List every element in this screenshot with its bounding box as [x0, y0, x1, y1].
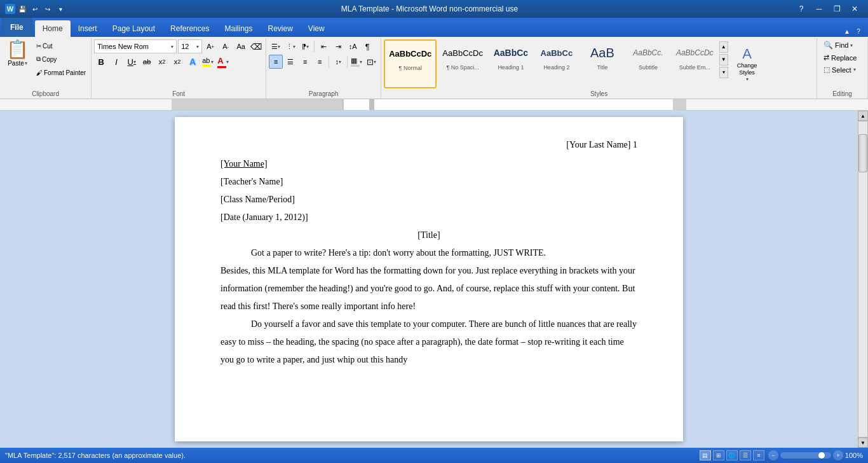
style-subtitle[interactable]: AaBbCc. Subtitle	[626, 39, 670, 88]
scroll-down-btn[interactable]: ▼	[858, 438, 868, 448]
help-icon-btn[interactable]: ?	[853, 25, 864, 37]
quick-customize-btn[interactable]: ▾	[55, 3, 66, 15]
replace-button[interactable]: ⇄ Replace	[820, 52, 860, 63]
justify-btn[interactable]: ≡	[313, 55, 327, 69]
full-screen-btn[interactable]: ⊞	[713, 450, 724, 460]
help-btn[interactable]: ?	[793, 3, 810, 15]
zoom-slider[interactable]	[780, 452, 831, 459]
zoom-out-btn[interactable]: −	[768, 450, 778, 460]
word-icon: W	[5, 4, 15, 14]
find-icon: 🔍	[824, 41, 833, 50]
find-button[interactable]: 🔍 Find ▾	[820, 39, 857, 51]
change-styles-button[interactable]: A Change Styles ▾	[729, 39, 765, 88]
font-name-selector[interactable]: Times New Rom ▾	[94, 39, 177, 53]
clipboard-small-buttons: ✂ Cut ⧉ Copy 🖌 Format Painter	[34, 39, 88, 79]
title-bar: W 💾 ↩ ↪ ▾ MLA Template - Microsoft Word …	[0, 0, 868, 18]
align-center-btn[interactable]: ☰	[283, 55, 297, 69]
border-btn[interactable]: ⊡▾	[364, 55, 378, 69]
increase-indent-btn[interactable]: ⇥	[331, 39, 345, 53]
styles-content: AaBbCcDc ¶ Normal AaBbCcDc ¶ No Spaci...…	[384, 39, 814, 97]
doc-line-teacher: [Teacher's Name]	[220, 173, 637, 191]
scroll-track[interactable]	[858, 121, 868, 438]
minimize-btn[interactable]: ─	[811, 3, 827, 15]
scroll-up-btn[interactable]: ▲	[858, 111, 868, 121]
style-heading1[interactable]: AaBbCc Heading 1	[489, 39, 533, 88]
sort-btn[interactable]: ↕A	[346, 39, 360, 53]
line-spacing-btn[interactable]: ↕▾	[331, 55, 345, 69]
close-btn[interactable]: ✕	[846, 3, 863, 15]
multilevel-btn[interactable]: ⁋▾	[298, 39, 312, 53]
strikethrough-button[interactable]: ab	[140, 55, 154, 69]
quick-undo-btn[interactable]: ↩	[29, 3, 41, 15]
styles-scroll-more[interactable]: ▾	[719, 67, 728, 78]
cut-button[interactable]: ✂ Cut	[34, 39, 88, 52]
draft-btn[interactable]: ≡	[753, 450, 764, 460]
paste-button[interactable]: 📋 Paste▾	[3, 39, 32, 68]
zoom-in-btn[interactable]: +	[833, 450, 843, 460]
copy-button[interactable]: ⧉ Copy	[34, 53, 88, 66]
show-marks-btn[interactable]: ¶	[360, 39, 374, 53]
styles-scroll-up[interactable]: ▲	[719, 41, 728, 53]
tab-file[interactable]: File	[1, 18, 32, 37]
tab-page-layout[interactable]: Page Layout	[105, 20, 163, 37]
doc-line-name: [Your Name]	[220, 155, 637, 173]
format-painter-button[interactable]: 🖌 Format Painter	[34, 66, 88, 79]
style-no-spacing[interactable]: AaBbCcDc ¶ No Spaci...	[438, 39, 487, 88]
font-shrink-btn[interactable]: A-	[219, 39, 233, 53]
align-right-btn[interactable]: ≡	[298, 55, 312, 69]
zoom-control: − + 100%	[768, 450, 863, 460]
doc-line-class: [Class Name/Period]	[220, 191, 637, 209]
tab-insert[interactable]: Insert	[71, 20, 105, 37]
font-color-button[interactable]: A ▾	[216, 55, 230, 69]
font-size-selector[interactable]: 12 ▾	[178, 39, 202, 53]
status-bar-right: ▤ ⊞ 🌐 ☰ ≡ − + 100%	[700, 450, 863, 460]
tab-review[interactable]: Review	[260, 20, 300, 37]
quick-save-btn[interactable]: 💾	[17, 3, 28, 15]
font-group-label: Font	[92, 90, 266, 97]
scroll-thumb[interactable]	[858, 134, 867, 172]
font-grow-btn[interactable]: A+	[203, 39, 217, 53]
zoom-level[interactable]: 100%	[845, 452, 863, 459]
tab-view[interactable]: View	[301, 20, 332, 37]
style-normal[interactable]: AaBbCcDc ¶ Normal	[384, 39, 437, 88]
print-layout-btn[interactable]: ▤	[700, 450, 711, 460]
style-subtle-em[interactable]: AaBbCcDc Subtle Em...	[672, 39, 718, 88]
web-layout-btn[interactable]: 🌐	[726, 450, 738, 460]
highlight-button[interactable]: ab ▾	[201, 55, 215, 69]
align-left-btn[interactable]: ≡	[269, 55, 283, 69]
bullets-btn[interactable]: ☰▾	[269, 39, 283, 53]
doc-para2: Besides, this MLA template for Word has …	[220, 262, 637, 315]
styles-group-label: Styles	[381, 90, 817, 97]
document: [Your Last Name] 1 [Your Name] [Teacher'…	[175, 117, 683, 441]
text-effects-button[interactable]: A	[186, 55, 200, 69]
ruler-left-margin	[172, 99, 343, 110]
font-name-dropdown-arrow: ▾	[171, 44, 173, 50]
change-case-btn[interactable]: Aa	[234, 39, 248, 53]
tab-references[interactable]: References	[163, 20, 217, 37]
style-title[interactable]: AaB Title	[580, 39, 625, 88]
subscript-button[interactable]: x2	[155, 55, 169, 69]
restore-btn[interactable]: ❐	[829, 3, 845, 15]
style-no-spacing-preview: AaBbCcDc	[442, 41, 483, 64]
style-normal-preview: AaBbCcDc	[389, 42, 431, 65]
clear-format-btn[interactable]: ⌫	[249, 39, 263, 53]
italic-button[interactable]: I	[109, 55, 123, 69]
outline-btn[interactable]: ☰	[740, 450, 751, 460]
style-subtle-em-label: Subtle Em...	[679, 64, 710, 71]
style-heading2[interactable]: AaBbCc Heading 2	[534, 39, 579, 88]
tab-home[interactable]: Home	[35, 20, 71, 37]
style-normal-label: ¶ Normal	[399, 65, 422, 71]
quick-redo-btn[interactable]: ↪	[42, 3, 53, 15]
underline-button[interactable]: U▾	[125, 55, 139, 69]
decrease-indent-btn[interactable]: ⇤	[316, 39, 330, 53]
style-title-label: Title	[597, 64, 608, 71]
numbering-btn[interactable]: ⋮▾	[283, 39, 297, 53]
superscript-button[interactable]: x2	[170, 55, 184, 69]
shading-btn[interactable]: ▦ ▾	[349, 55, 363, 69]
styles-scroll-down[interactable]: ▼	[719, 54, 728, 66]
select-button[interactable]: ⬚ Select ▾	[820, 64, 860, 75]
bold-button[interactable]: B	[94, 55, 108, 69]
tab-mailings[interactable]: Mailings	[217, 20, 260, 37]
ribbon-collapse-btn[interactable]: ▲	[841, 25, 853, 37]
doc-para1: Got a paper to write? Here's a tip: don'…	[220, 244, 637, 262]
